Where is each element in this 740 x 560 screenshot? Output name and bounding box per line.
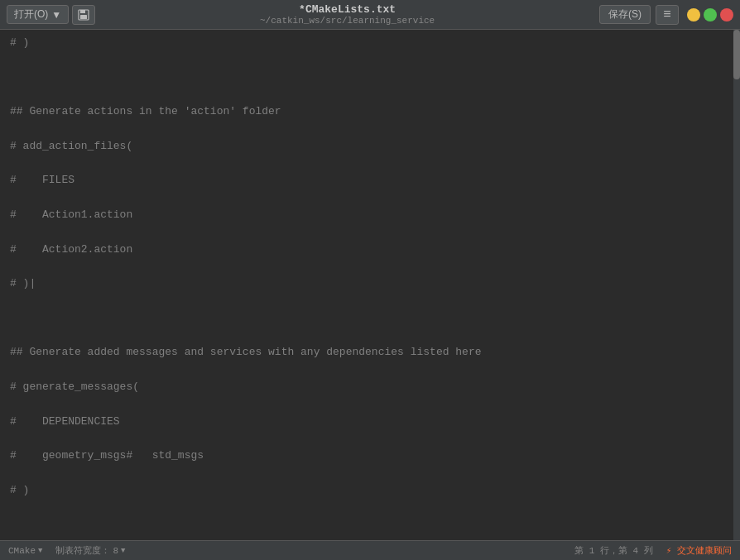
language-arrow: ▼ [38, 547, 42, 555]
titlebar-center: *CMakeLists.txt ~/catkin_ws/src/learning… [95, 3, 599, 26]
tab-width-value: 8 [113, 546, 118, 556]
maximize-button[interactable] [704, 8, 717, 22]
plugin-label: ⚡ 交文健康顾问 [666, 544, 732, 557]
editor-line: # Action1.action [10, 207, 727, 224]
editor-line: # geometry_msgs# std_msgs [10, 448, 727, 465]
open-button[interactable]: 打开(O) ▼ [7, 5, 69, 24]
titlebar-right: 保存(S) ≡ [599, 5, 733, 25]
open-arrow: ▼ [51, 9, 61, 21]
scrollbar-thumb[interactable] [733, 30, 740, 79]
editor-line [10, 310, 727, 328]
editor-line: # Action2.action [10, 242, 727, 259]
file-path: ~/catkin_ws/src/learning_service [95, 16, 599, 26]
titlebar-left: 打开(O) ▼ [7, 5, 95, 25]
editor-line [10, 69, 727, 87]
open-label: 打开(O) [14, 7, 48, 22]
tab-width-arrow: ▼ [121, 547, 125, 555]
save-icon-button[interactable] [72, 5, 95, 25]
editor-line: ## Generate added messages and services … [10, 344, 727, 361]
editor-line [10, 516, 727, 534]
vertical-scrollbar[interactable] [733, 30, 740, 540]
plugin-icon: ⚡ [666, 546, 672, 556]
editor-line: # ) [10, 35, 727, 52]
tab-width-selector[interactable]: 制表符宽度： 8 ▼ [55, 544, 125, 557]
menu-button[interactable]: ≡ [656, 5, 679, 25]
svg-rect-1 [80, 10, 85, 13]
titlebar: 打开(O) ▼ *CMakeLists.txt ~/catkin_ws/src/… [0, 0, 740, 30]
editor-line: # DEPENDENCIES [10, 414, 727, 431]
editor-line: ## Generate actions in the 'action' fold… [10, 103, 727, 121]
statusbar: CMake ▼ 制表符宽度： 8 ▼ 第 1 行，第 4 列 ⚡ 交文健康顾问 [0, 540, 740, 560]
tab-width-label: 制表符宽度： [55, 544, 110, 557]
svg-rect-2 [80, 15, 87, 19]
close-button[interactable] [720, 8, 733, 22]
file-title: *CMakeLists.txt [299, 3, 396, 16]
cursor-position: 第 1 行，第 4 列 [574, 544, 653, 557]
editor-line: # ) [10, 482, 727, 500]
editor-line: # FILES [10, 172, 727, 189]
editor-line: # add_action_files( [10, 138, 727, 156]
editor-line: # generate_messages( [10, 379, 727, 396]
save-button[interactable]: 保存(S) [599, 5, 651, 24]
language-selector[interactable]: CMake ▼ [8, 546, 42, 556]
window-controls [687, 8, 733, 22]
editor-content[interactable]: # ) ## Generate actions in the 'action' … [0, 30, 740, 540]
minimize-button[interactable] [687, 8, 700, 22]
plugin-name: 交文健康顾问 [677, 546, 732, 556]
language-label: CMake [8, 546, 36, 556]
floppy-disk-icon [78, 9, 89, 21]
editor-line: # )| [10, 275, 727, 293]
statusbar-right: 第 1 行，第 4 列 ⚡ 交文健康顾问 [574, 544, 732, 557]
editor-container: # ) ## Generate actions in the 'action' … [0, 30, 740, 540]
